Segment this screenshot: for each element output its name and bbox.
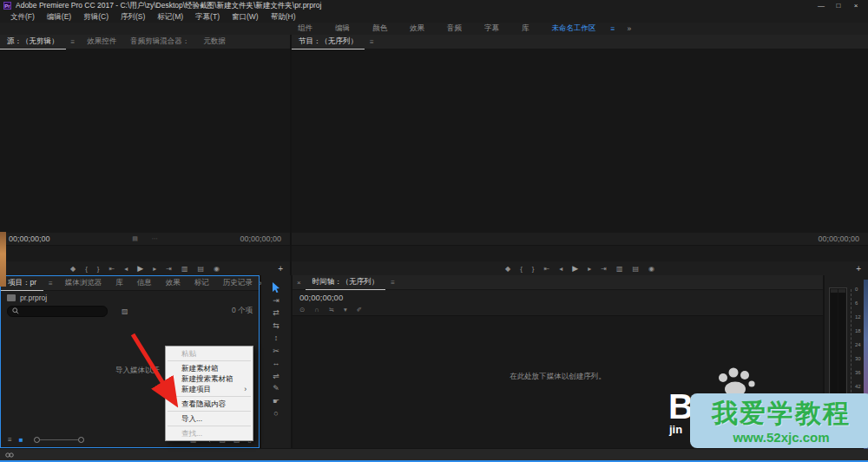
menu-file[interactable]: 文件(F) xyxy=(4,12,41,23)
source-mark-in-icon[interactable]: { xyxy=(85,265,88,273)
menu-clip[interactable]: 剪辑(C) xyxy=(77,12,115,23)
marker-dropdown-icon[interactable]: ▾ xyxy=(344,306,347,314)
program-mark-out-icon[interactable]: } xyxy=(532,265,535,273)
tab-metadata[interactable]: 元数据 xyxy=(196,35,233,49)
source-monitor-panel: 源：（无剪辑） ≡ 效果控件 音频剪辑混合器： 元数据 00;00;00;00 … xyxy=(0,35,290,275)
workspace-tab-assembly[interactable]: 组件 xyxy=(286,23,324,34)
rate-stretch-tool-icon[interactable]: ↕ xyxy=(274,333,279,343)
timeline-insert-mode-icon[interactable]: ⊙ xyxy=(299,306,305,314)
workspace-tab-unnamed-active[interactable]: 未命名工作区 xyxy=(541,23,608,34)
project-panel-menu-icon[interactable]: ≡ xyxy=(43,280,58,287)
maximize-button[interactable]: □ xyxy=(830,2,847,10)
zoom-slider-thumb[interactable] xyxy=(78,437,84,443)
tab-program[interactable]: 节目：（无序列） xyxy=(292,35,365,50)
program-play-icon[interactable]: ▶ xyxy=(572,264,578,273)
workspace-tab-titles[interactable]: 字幕 xyxy=(473,23,510,34)
program-go-to-in-icon[interactable]: ⇤ xyxy=(544,265,550,273)
program-step-forward-icon[interactable]: ▸ xyxy=(588,265,591,273)
slip-tool-icon[interactable]: ↔ xyxy=(273,358,280,368)
source-step-forward-icon[interactable]: ▸ xyxy=(153,265,156,273)
menu-markers[interactable]: 标记(M) xyxy=(151,12,189,23)
menu-window[interactable]: 窗口(W) xyxy=(226,12,265,23)
source-settings-icon[interactable]: ▤ xyxy=(132,235,138,242)
tab-source[interactable]: 源：（无剪辑） xyxy=(0,35,66,50)
list-view-icon[interactable]: ≡ xyxy=(8,436,12,444)
tab-effect-controls[interactable]: 效果控件 xyxy=(80,35,123,49)
timeline-panel-menu-icon[interactable]: ≡ xyxy=(385,279,400,287)
ripple-edit-tool-icon[interactable]: ⇄ xyxy=(273,307,279,318)
tab-timeline[interactable]: 时间轴：（无序列） xyxy=(306,275,386,290)
context-menu-item-new-item[interactable]: 新建项目 › xyxy=(166,384,253,394)
folder-icon[interactable]: ▨ xyxy=(122,307,128,315)
program-step-back-icon[interactable]: ◂ xyxy=(559,265,562,273)
timeline-settings-wrench-icon[interactable]: ✐ xyxy=(357,306,362,314)
workspace-tab-editing[interactable]: 编辑 xyxy=(324,23,361,34)
source-play-icon[interactable]: ▶ xyxy=(137,264,143,273)
menu-edit[interactable]: 编辑(E) xyxy=(41,12,77,23)
snap-icon[interactable]: ∩ xyxy=(314,306,319,314)
thumbnail-zoom-slider[interactable] xyxy=(34,437,84,443)
source-mark-out-icon[interactable]: } xyxy=(97,265,100,273)
tab-project[interactable]: 项目：pr xyxy=(1,276,43,291)
tools-panel: ⇥ ⇄ ⇆ ↕ ✂ ↔ ⇌ ✎ ☛ ○ xyxy=(261,275,291,448)
source-scrub-bar[interactable] xyxy=(0,245,290,261)
project-item-count: 0 个项 xyxy=(232,306,253,316)
context-menu-item-new-bin[interactable]: 新建素材箱 xyxy=(166,363,253,373)
tab-effects[interactable]: 效果 xyxy=(159,276,187,290)
menu-help[interactable]: 帮助(H) xyxy=(265,12,302,23)
program-panel-menu-icon[interactable]: ≡ xyxy=(365,38,379,46)
source-go-to-in-icon[interactable]: ⇤ xyxy=(109,265,115,273)
workspace-tab-color[interactable]: 颜色 xyxy=(361,23,398,34)
program-scrub-bar[interactable] xyxy=(292,245,868,261)
close-button[interactable]: × xyxy=(847,2,865,10)
hand-tool-icon[interactable]: ☛ xyxy=(273,396,279,406)
icon-view-icon[interactable]: ■ xyxy=(19,436,23,444)
minimize-button[interactable]: — xyxy=(812,2,830,10)
source-marker-icon[interactable]: ◆ xyxy=(70,265,76,273)
pen-tool-icon[interactable]: ✎ xyxy=(273,383,279,393)
zoom-tool-icon[interactable]: ○ xyxy=(273,408,278,419)
source-step-back-icon[interactable]: ◂ xyxy=(124,265,128,273)
workspace-tab-effects[interactable]: 效果 xyxy=(398,23,436,34)
program-export-frame-icon[interactable]: ◉ xyxy=(648,265,654,273)
slide-tool-icon[interactable]: ⇌ xyxy=(273,371,279,381)
project-breadcrumb-label[interactable]: pr.prproj xyxy=(20,294,47,302)
program-lift-icon[interactable]: ▥ xyxy=(616,265,623,273)
linked-selection-icon[interactable]: ≒ xyxy=(329,306,334,314)
context-menu-item-new-search-bin[interactable]: 新建搜索素材箱 xyxy=(166,373,253,384)
source-add-button[interactable]: + xyxy=(278,264,283,274)
tab-audio-clip-mixer[interactable]: 音频剪辑混合器： xyxy=(123,35,196,49)
program-add-button[interactable]: + xyxy=(856,264,861,274)
source-go-to-out-icon[interactable]: ⇥ xyxy=(166,265,172,273)
workspace-tab-audio[interactable]: 音频 xyxy=(436,23,473,34)
source-fit-icon[interactable]: ⋯ xyxy=(152,235,158,242)
menu-sequence[interactable]: 序列(S) xyxy=(115,12,151,23)
tab-libraries[interactable]: 库 xyxy=(108,276,130,290)
track-select-forward-tool-icon[interactable]: ⇥ xyxy=(273,295,279,306)
selection-tool-icon[interactable] xyxy=(272,282,280,293)
source-panel-menu-icon[interactable]: ≡ xyxy=(66,38,81,46)
program-go-to-out-icon[interactable]: ⇥ xyxy=(601,265,607,273)
tab-media-browser[interactable]: 媒体浏览器 xyxy=(58,276,109,290)
source-export-frame-icon[interactable]: ◉ xyxy=(214,265,220,273)
search-input[interactable] xyxy=(22,307,91,315)
workspace-overflow-icon[interactable]: » xyxy=(618,24,640,33)
program-extract-icon[interactable]: ▤ xyxy=(632,265,639,273)
source-insert-icon[interactable]: ▥ xyxy=(181,265,188,273)
timeline-close-icon[interactable]: × xyxy=(293,279,306,287)
tab-info[interactable]: 信息 xyxy=(130,276,159,290)
program-mark-in-icon[interactable]: { xyxy=(520,265,523,273)
tab-markers[interactable]: 标记 xyxy=(187,276,216,290)
workspace-menu-icon[interactable]: ≡ xyxy=(608,24,619,33)
program-marker-icon[interactable]: ◆ xyxy=(505,265,510,273)
context-menu-item-view-hidden[interactable]: 查看隐藏内容 xyxy=(166,399,253,409)
link-media-icon[interactable] xyxy=(5,452,14,459)
source-overwrite-icon[interactable]: ▤ xyxy=(197,265,204,273)
project-searchbox[interactable] xyxy=(7,306,108,317)
rolling-edit-tool-icon[interactable]: ⇆ xyxy=(273,320,279,331)
menu-titles[interactable]: 字幕(T) xyxy=(189,12,226,23)
tab-history[interactable]: 历史记录 xyxy=(216,276,260,290)
razor-tool-icon[interactable]: ✂ xyxy=(273,346,279,356)
context-menu-item-import[interactable]: 导入... xyxy=(166,413,253,424)
workspace-tab-libraries[interactable]: 库 xyxy=(510,23,541,34)
